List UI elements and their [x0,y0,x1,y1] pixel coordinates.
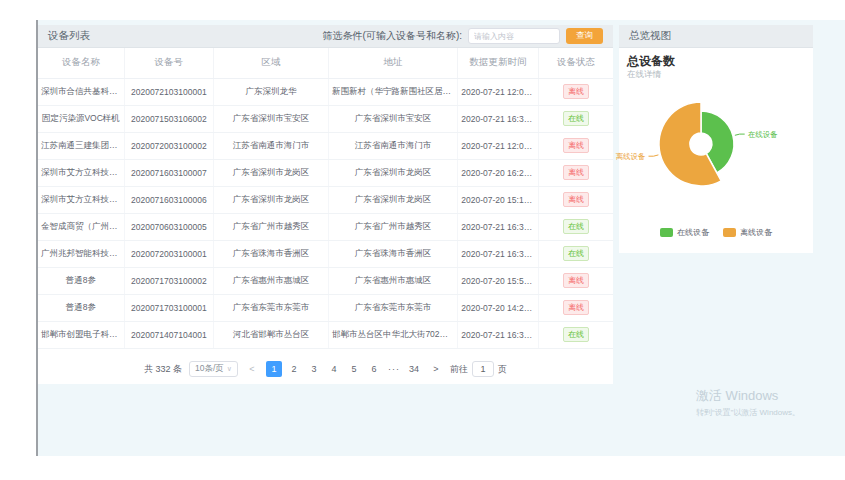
chevron-down-icon: ∨ [227,365,232,373]
device-status-donut-chart: 在线设备离线设备 [619,48,813,218]
cell-region: 江苏省南通市海门市 [213,132,328,159]
page-number-button[interactable]: 6 [366,361,382,377]
cell-updated: 2020-07-21 16:37:04 [458,105,539,132]
cell-name: 金智成商贸（广州）有... [38,213,124,240]
cell-region: 广东省珠海市香洲区 [213,240,328,267]
cell-status: 离线 [538,159,613,186]
page-number-button[interactable]: 5 [346,361,362,377]
table-row: 江苏南通三建集团股份...2020072003100002江苏省南通市海门市江苏… [38,132,613,159]
legend-item-1[interactable]: 离线设备 [723,227,772,238]
total-count: 共 332 条 [144,363,182,376]
device-list-card: 设备列表 筛选条件(可输入设备号和名称): 查询 设备名称设备号区域地址数据更新… [38,25,613,384]
cell-name: 广州兆邦智能科技股份... [38,240,124,267]
table-row: 普通8参2020071703100001广东省东莞市东莞市广东省东莞市东莞市20… [38,294,613,321]
cell-name: 普通8参 [38,267,124,294]
watermark-line1: 激活 Windows [696,387,800,405]
cell-name: 邯郸市创盟电子科技有... [38,321,124,348]
cell-status: 离线 [538,267,613,294]
cell-updated: 2020-07-20 15:52:01 [458,267,539,294]
prev-page-button[interactable]: < [245,364,259,374]
page-size-value: 10条/页 [195,363,224,375]
page-ellipsis: ··· [386,361,402,377]
overview-header: 总览视图 [619,25,813,48]
column-header-5: 设备状态 [538,48,613,78]
page-number-button[interactable]: 34 [406,361,422,377]
page-number-button[interactable]: 3 [306,361,322,377]
status-badge: 在线 [563,219,589,234]
overview-body: 总设备数 在线详情 在线设备离线设备 在线设备离线设备 [619,48,813,252]
status-badge: 在线 [563,111,589,126]
device-list-header: 设备列表 筛选条件(可输入设备号和名称): 查询 [38,25,613,48]
table-row: 深圳市合信共基科技有...2020072103100001广东深圳龙华新围新村（… [38,78,613,105]
label-connector [735,134,745,135]
cell-device_no: 2020071503106002 [124,105,213,132]
cell-status: 离线 [538,78,613,105]
cell-address: 广东省东莞市东莞市 [328,294,457,321]
cell-updated: 2020-07-20 15:10:02 [458,186,539,213]
status-badge: 在线 [563,246,589,261]
goto-prefix: 前往 [450,363,468,376]
cell-device_no: 2020071407104001 [124,321,213,348]
cell-address: 广东省惠州市惠城区 [328,267,457,294]
legend-item-0[interactable]: 在线设备 [660,227,709,238]
cell-region: 河北省邯郸市丛台区 [213,321,328,348]
device-list-title: 设备列表 [48,29,90,43]
page-number-button[interactable]: 1 [266,361,282,377]
table-row: 广州兆邦智能科技股份...2020072003100001广东省珠海市香洲区广东… [38,240,613,267]
table-body: 深圳市合信共基科技有...2020072103100001广东深圳龙华新围新村（… [38,78,613,348]
status-badge: 离线 [563,273,589,288]
page-size-select[interactable]: 10条/页 ∨ [189,361,238,377]
cell-name: 固定污染源VOC样机 [38,105,124,132]
table-row: 固定污染源VOC样机2020071503106002广东省深圳市宝安区广东省深圳… [38,105,613,132]
pagination: 共 332 条 10条/页 ∨ < 123456···34 > 前往 页 [38,354,613,384]
status-badge: 离线 [563,192,589,207]
legend-swatch-icon [723,228,736,237]
cell-device_no: 2020071703100001 [124,294,213,321]
status-badge: 离线 [563,300,589,315]
cell-device_no: 2020072003100002 [124,132,213,159]
label-connector [649,155,659,156]
cell-address: 广东省广州市越秀区 [328,213,457,240]
legend-label: 离线设备 [740,227,772,238]
goto-page-input[interactable] [472,361,494,377]
table-row: 金智成商贸（广州）有...2020070603100005广东省广州市越秀区广东… [38,213,613,240]
search-button[interactable]: 查询 [566,28,603,44]
status-badge: 离线 [563,84,589,99]
table-header-row: 设备名称设备号区域地址数据更新时间设备状态 [38,48,613,78]
chart-legend: 在线设备离线设备 [619,227,813,238]
page-number-button[interactable]: 2 [286,361,302,377]
cell-address: 广东省深圳市龙岗区 [328,186,457,213]
cell-region: 广东省深圳市宝安区 [213,105,328,132]
watermark-line2: 转到“设置”以激活 Windows。 [696,407,800,418]
status-badge: 离线 [563,165,589,180]
cell-updated: 2020-07-20 14:26:02 [458,294,539,321]
table-row: 深圳市艾方立科技有限...2020071603100007广东省深圳市龙岗区广东… [38,159,613,186]
status-badge: 离线 [563,138,589,153]
cell-updated: 2020-07-21 12:03:02 [458,132,539,159]
column-header-2: 区域 [213,48,328,78]
slice-label: 离线设备 [616,152,646,161]
cell-region: 广东深圳龙华 [213,78,328,105]
cell-updated: 2020-07-21 12:00:02 [458,78,539,105]
cell-status: 在线 [538,213,613,240]
page-number-button[interactable]: 4 [326,361,342,377]
search-input[interactable] [468,28,560,44]
cell-address: 广东省深圳市宝安区 [328,105,457,132]
cell-device_no: 2020070603100005 [124,213,213,240]
next-page-button[interactable]: > [429,364,443,374]
slice-label: 在线设备 [748,130,778,139]
filter-bar: 筛选条件(可输入设备号和名称): 查询 [323,28,603,44]
cell-updated: 2020-07-20 16:22:04 [458,159,539,186]
column-header-3: 地址 [328,48,457,78]
cell-status: 在线 [538,105,613,132]
cell-region: 广东省广州市越秀区 [213,213,328,240]
column-header-1: 设备号 [124,48,213,78]
cell-updated: 2020-07-21 16:37:00 [458,213,539,240]
filter-label: 筛选条件(可输入设备号和名称): [323,29,462,43]
cell-name: 深圳市艾方立科技有限... [38,186,124,213]
content-area: 设备列表 筛选条件(可输入设备号和名称): 查询 设备名称设备号区域地址数据更新… [38,20,845,456]
status-badge: 在线 [563,327,589,342]
windows-watermark: 激活 Windows 转到“设置”以激活 Windows。 [696,387,800,418]
cell-device_no: 2020072003100001 [124,240,213,267]
cell-updated: 2020-07-21 16:37:01 [458,321,539,348]
